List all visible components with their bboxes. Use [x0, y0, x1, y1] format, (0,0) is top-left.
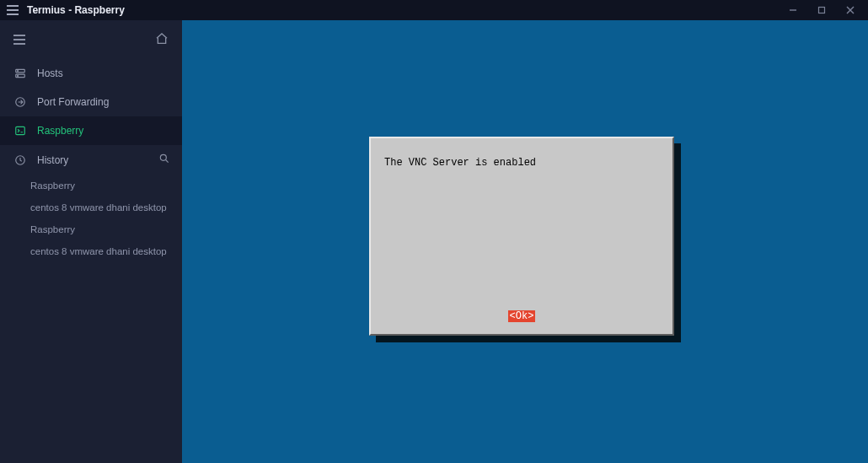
terminal-icon	[13, 124, 27, 137]
terminal-area[interactable]: The VNC Server is enabled <Ok>	[182, 20, 868, 463]
title-bar: Termius - Raspberry	[0, 0, 868, 20]
svg-point-7	[18, 75, 19, 76]
nav-item-raspberry[interactable]: Raspberry	[0, 116, 182, 145]
server-icon	[13, 67, 27, 80]
svg-rect-1	[819, 8, 825, 13]
ok-button[interactable]: <Ok>	[508, 310, 536, 322]
history-item[interactable]: centos 8 vmware dhani desktop	[0, 240, 182, 262]
sidebar: Hosts Port Forwarding Raspberry History	[0, 20, 182, 463]
nav-item-history[interactable]: History	[0, 145, 182, 175]
nav-label: Raspberry	[37, 125, 83, 137]
history-item[interactable]: Raspberry	[0, 218, 182, 240]
nav-label: Port Forwarding	[37, 96, 109, 108]
maximize-button[interactable]	[816, 4, 828, 16]
window-controls	[787, 4, 861, 16]
vnc-dialog: The VNC Server is enabled <Ok>	[369, 137, 674, 336]
nav-item-port-forwarding[interactable]: Port Forwarding	[0, 88, 182, 116]
home-icon[interactable]	[155, 32, 169, 48]
svg-rect-9	[16, 127, 25, 134]
nav-section: Hosts Port Forwarding Raspberry	[0, 59, 182, 145]
dialog-message: The VNC Server is enabled	[384, 157, 659, 169]
history-list: Raspberry centos 8 vmware dhani desktop …	[0, 175, 182, 262]
nav-label: Hosts	[37, 67, 63, 79]
search-icon[interactable]	[158, 153, 170, 167]
svg-point-11	[160, 154, 166, 160]
minimize-button[interactable]	[787, 4, 799, 16]
sidebar-collapse-icon[interactable]	[13, 35, 25, 45]
svg-point-6	[18, 71, 19, 72]
history-item[interactable]: Raspberry	[0, 175, 182, 197]
forward-icon	[13, 95, 27, 109]
app-menu-icon[interactable]	[7, 5, 19, 15]
history-icon	[13, 153, 27, 167]
history-label: History	[37, 154, 68, 166]
history-item[interactable]: centos 8 vmware dhani desktop	[0, 197, 182, 218]
window-title: Termius - Raspberry	[27, 4, 125, 16]
svg-line-12	[166, 160, 169, 163]
close-button[interactable]	[844, 4, 856, 16]
nav-item-hosts[interactable]: Hosts	[0, 59, 182, 88]
